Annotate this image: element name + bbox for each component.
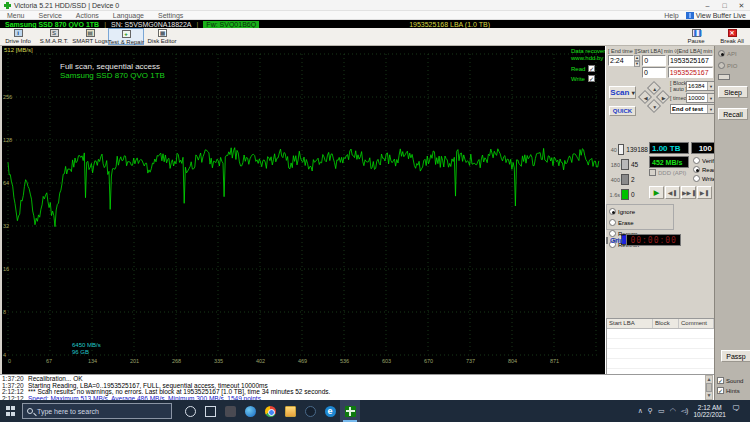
lba-jump-pad: ▲ ◀ ▶ ▼ [639,82,669,114]
hints-checkbox-row[interactable]: Hints [717,387,743,394]
menu-item-actions[interactable]: Actions [69,12,106,19]
steam-taskbar-icon[interactable] [300,400,320,422]
tray-pin-icon[interactable]: ⚲ [648,407,653,415]
api-radio[interactable] [718,50,725,57]
edge-sphere-taskbar-icon[interactable] [240,400,260,422]
sound-checkbox-row[interactable]: Sound [717,377,743,384]
scroll-down-icon[interactable]: ▼ [706,392,712,399]
s-m-a-r-t--button[interactable]: SS.M.A.R.T. [36,28,72,45]
chevron-down-icon: ▼ [707,105,714,113]
svg-text:603: 603 [382,358,391,364]
smart-logs-button[interactable]: ▤SMART Logs [72,28,108,45]
scroll-up-icon[interactable]: ▲ [706,376,712,383]
sleep-button[interactable]: Sleep [718,86,748,98]
write-checkbox[interactable] [588,75,595,82]
hddby-link[interactable]: www.hdd.by [571,55,604,62]
menu-item-service[interactable]: Service [32,12,69,19]
read-checkbox-row[interactable]: Read [571,65,604,72]
menu-item-menu[interactable]: Menu [0,12,32,19]
hints-checkbox[interactable] [717,387,724,394]
legend-row-400: 4002 [608,172,648,187]
play-button[interactable]: ▶ [649,186,664,199]
write-radio[interactable] [693,175,700,182]
quick-button[interactable]: QUICK [609,106,636,116]
step-back-button[interactable]: ◀❚ [665,186,680,199]
minimize-button[interactable]: – [699,0,716,11]
action-radio-erase[interactable]: Erase [609,217,642,228]
maximize-button[interactable]: □ [716,0,733,11]
taskbar-clock[interactable]: 2:12 AM 10/22/2021 [693,404,726,418]
verify-radio[interactable] [693,157,700,164]
end-time-field[interactable]: 2:24 [608,55,634,66]
block-size-auto-checkbox[interactable]: [ auto ] ☑ [670,86,686,92]
scan-button[interactable]: Scan ▾ [609,86,636,99]
passp-button[interactable]: Passp [721,350,750,362]
svg-text:256: 256 [3,94,12,100]
start-lba-input[interactable]: 0 [642,55,666,66]
end-action-select[interactable]: End of test▼ [670,104,715,114]
block-size-select[interactable]: 16384▼ [686,81,715,91]
app-taskbar-icon[interactable] [220,400,240,422]
log-scrollbar[interactable]: ▲ ▼ [705,375,713,400]
scroll-thumb[interactable] [706,383,712,392]
drive-info-button[interactable]: iDrive Info [0,28,36,45]
view-buffer-live-toggle[interactable]: View Buffer Live [686,12,750,19]
scan-mode-caption: Full scan, sequential access [60,62,165,71]
column-header-comment[interactable]: Comment [679,319,714,328]
battery-icon[interactable]: ▭ [658,407,665,415]
test-repair-button[interactable]: +Test & Repair [108,28,144,45]
column-header-block[interactable]: Block [653,319,679,328]
svg-text:670: 670 [424,358,433,364]
activity-indicator [718,74,730,80]
end-lba-current[interactable]: 1953525167 [668,67,713,78]
victoria-taskbar-icon[interactable] [340,400,360,422]
ddd-api-checkbox[interactable] [649,169,656,176]
table-row [607,329,714,339]
smart-icon: S [50,29,59,37]
event-log[interactable]: 1:37:20Recalibration... OK1:37:20Startin… [0,374,714,400]
pio-radio[interactable] [718,62,725,69]
column-header-start-lba[interactable]: Start LBA [607,319,653,328]
skip-end-button[interactable]: ▶❚ [697,186,712,199]
erase-radio[interactable] [609,219,616,226]
recall-button[interactable]: Recall [718,108,748,120]
network-icon[interactable]: ◠ [670,407,676,415]
disk-editor-button[interactable]: ▦Disk Editor [144,28,180,45]
tray-expand-icon[interactable]: ∧ [638,407,643,415]
break-all-button[interactable]: ✕ Break All [714,28,750,45]
start-button[interactable] [0,400,22,422]
notification-center-icon[interactable]: 🗨 [732,404,746,418]
timeout-select[interactable]: 10000▼ [686,93,715,103]
chrome-taskbar-icon[interactable] [260,400,280,422]
menu-help[interactable]: Help [657,12,685,19]
end-time-spinner[interactable]: ▲▼ [634,55,641,66]
explorer-taskbar-icon[interactable] [280,400,300,422]
app-icon [225,406,236,417]
read-checkbox[interactable] [588,65,595,72]
chrome-icon [265,406,276,417]
menu-item-settings[interactable]: Settings [151,12,190,19]
read-radio[interactable] [693,166,700,173]
write-checkbox-row[interactable]: Write [571,75,604,82]
pio-radio-row[interactable]: PIO [715,61,750,70]
end-lba-input[interactable]: 1953525167 [668,55,713,66]
sound-checkbox[interactable] [717,377,724,384]
svg-text:469: 469 [298,358,307,364]
pause-button[interactable]: ❚❚ Pause [678,28,714,45]
skip-forward-button[interactable]: ▶▶❚ [681,186,696,199]
menu-item-language[interactable]: Language [106,12,151,19]
drive-serial: SN: S5VSMG0NA18822A [111,21,192,28]
cortana-taskbar-icon[interactable] [180,400,200,422]
action-radio-ignore[interactable]: Ignore [609,206,642,217]
timer-seven-segment-display: 00:00:00 [626,234,681,246]
taskview-taskbar-icon[interactable] [200,400,220,422]
ignore-radio[interactable] [609,208,616,215]
close-button[interactable]: ✕ [733,0,750,11]
start-lba-current[interactable]: 0 [642,67,666,78]
taskbar-search-input[interactable]: Type here to search [22,403,172,419]
edge-e-taskbar-icon[interactable]: e [320,400,340,422]
api-radio-row[interactable]: API [715,49,750,58]
control-panel: [ End time ] [Start LBA] min ◊ [End LBA]… [605,46,714,374]
grid-checkbox[interactable] [606,237,608,244]
volume-icon[interactable]: ◅) [681,407,689,415]
